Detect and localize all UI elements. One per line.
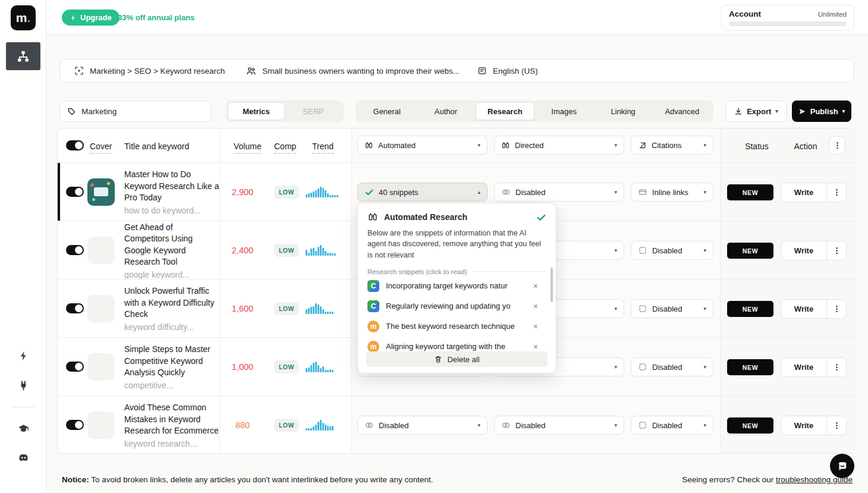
snippet-favicon: C: [367, 280, 379, 292]
row-dropdown-citations[interactable]: Disabled▾: [631, 299, 713, 318]
cover-image[interactable]: [87, 178, 115, 206]
cover-placeholder[interactable]: [87, 412, 115, 439]
row-toggle[interactable]: [66, 303, 84, 313]
competition-badge: LOW: [274, 186, 299, 199]
cover-placeholder[interactable]: [87, 295, 115, 322]
header-kebab-button[interactable]: [829, 136, 845, 155]
article-title: Get Ahead of Competitors Using Google Ke…: [124, 222, 219, 268]
row-dropdown-citations[interactable]: Disabled▾: [631, 357, 713, 376]
sidebar-item-activity[interactable]: [0, 350, 46, 362]
row-dropdown-citations[interactable]: Inline links▾: [631, 183, 713, 202]
publish-button[interactable]: Publish▾: [792, 101, 851, 122]
sidebar-item-community[interactable]: [0, 452, 46, 463]
tab-author[interactable]: Author: [416, 102, 475, 120]
row-dropdown-author[interactable]: Disabled▾: [494, 183, 624, 202]
tab-linking[interactable]: Linking: [593, 102, 652, 120]
view-option-metrics[interactable]: Metrics: [228, 102, 285, 120]
row-dropdown-research[interactable]: 40 snippets▴: [357, 183, 488, 202]
research-snippet[interactable]: mThe best keyword research technique×: [367, 317, 546, 336]
binoculars-icon: [501, 141, 510, 150]
write-button[interactable]: Write: [781, 299, 827, 319]
chevron-down-icon: ▾: [703, 365, 706, 370]
view-option-serp[interactable]: SERP: [285, 102, 342, 120]
sidebar-item-integrations[interactable]: [0, 380, 46, 391]
tab-general[interactable]: General: [357, 102, 416, 120]
popup-scrollbar[interactable]: [551, 268, 553, 302]
context-bar: Marketing > SEO > Keyword research Small…: [59, 59, 854, 83]
delete-all-button[interactable]: Delete all: [366, 351, 548, 367]
write-button[interactable]: Write: [781, 357, 827, 377]
chat-launcher[interactable]: [830, 454, 854, 478]
chevron-down-icon: ▾: [614, 423, 617, 428]
chevron-down-icon: ▾: [775, 109, 778, 114]
row-kebab-button[interactable]: [826, 183, 847, 202]
binoculars-icon: [364, 141, 373, 150]
column-dropdown-automated[interactable]: Automated▾: [357, 136, 488, 155]
frame-icon: [74, 66, 84, 76]
sidebar-item-site-structure[interactable]: [6, 42, 40, 70]
close-icon[interactable]: ×: [533, 322, 538, 331]
cover-placeholder[interactable]: [87, 353, 115, 381]
popup-title: Automated Research: [384, 212, 530, 222]
view-toggle: MetricsSERP: [226, 101, 344, 122]
row-kebab-button[interactable]: [826, 299, 847, 319]
bolt-icon: [18, 350, 29, 362]
row-kebab-button[interactable]: [826, 241, 847, 260]
tab-images[interactable]: Images: [534, 102, 593, 120]
upgrade-button[interactable]: Upgrade: [62, 10, 119, 26]
kebab-icon: [832, 188, 841, 197]
chevron-down-icon: ▾: [703, 143, 706, 148]
tab-research[interactable]: Research: [476, 102, 534, 120]
tab-advanced[interactable]: Advanced: [653, 102, 712, 120]
write-button[interactable]: Write: [781, 183, 827, 202]
chevron-down-icon: ▾: [703, 306, 706, 312]
research-snippet[interactable]: CRegularly reviewing and updating yo×: [367, 297, 546, 316]
toggle-off-icon: [364, 420, 374, 430]
column-dropdown-directed[interactable]: Directed▾: [494, 136, 624, 155]
row-dropdown-citations[interactable]: Disabled▾: [631, 241, 713, 260]
download-icon: [734, 107, 743, 115]
row-toggle[interactable]: [66, 245, 84, 255]
trash-icon: [434, 355, 442, 363]
row-dropdown-research[interactable]: Disabled▾: [357, 416, 488, 435]
status-badge: NEW: [727, 359, 773, 375]
tag-icon: [67, 107, 76, 116]
volume-value: 1,000: [222, 362, 263, 372]
chevron-down-icon: ▾: [477, 143, 480, 148]
sidebar-divider: [12, 407, 34, 407]
row-toggle[interactable]: [66, 420, 84, 430]
col-action: Action: [782, 142, 829, 151]
write-button[interactable]: Write: [781, 416, 827, 435]
row-toggle[interactable]: [66, 187, 84, 197]
sidebar-item-academy[interactable]: [0, 423, 46, 434]
export-button[interactable]: Export▾: [725, 101, 787, 122]
research-snippet[interactable]: CIncorporating target keywords natur×: [367, 277, 546, 296]
app-root: m. Upgrade 33% off annual plans AccountU…: [0, 0, 868, 493]
write-button[interactable]: Write: [781, 241, 827, 260]
close-icon[interactable]: ×: [533, 302, 538, 311]
app-logo[interactable]: m.: [11, 5, 36, 30]
row-dropdown-citations[interactable]: Disabled▾: [631, 416, 713, 435]
cover-placeholder[interactable]: [87, 237, 115, 264]
close-icon[interactable]: ×: [533, 281, 538, 291]
context-audience[interactable]: Small business owners wanting to improve…: [246, 66, 460, 76]
row-toggle[interactable]: [66, 362, 84, 372]
col-trend: Trend: [312, 142, 334, 154]
article-keyword: how to do keyword...: [124, 206, 219, 215]
column-dropdown-citations[interactable]: Citations▾: [631, 136, 713, 155]
account-card[interactable]: AccountUnlimited: [721, 5, 854, 31]
row-kebab-button[interactable]: [826, 357, 847, 377]
context-language[interactable]: English (US): [477, 66, 538, 76]
chevron-down-icon: ▾: [614, 248, 617, 253]
trend-sparkline: [306, 187, 340, 197]
collection-chip[interactable]: Marketing: [59, 101, 212, 122]
article-title: Unlock Powerful Traffic with a Keyword D…: [124, 285, 219, 321]
article-keyword: competitive...: [124, 381, 219, 390]
context-project[interactable]: Marketing > SEO > Keyword research: [74, 66, 225, 76]
trend-sparkline: [306, 362, 340, 372]
row-dropdown-author[interactable]: Disabled▾: [494, 416, 624, 435]
status-badge: NEW: [727, 243, 773, 259]
row-kebab-button[interactable]: [826, 416, 847, 435]
close-icon[interactable]: ×: [533, 342, 538, 351]
select-all-toggle[interactable]: [66, 140, 84, 150]
